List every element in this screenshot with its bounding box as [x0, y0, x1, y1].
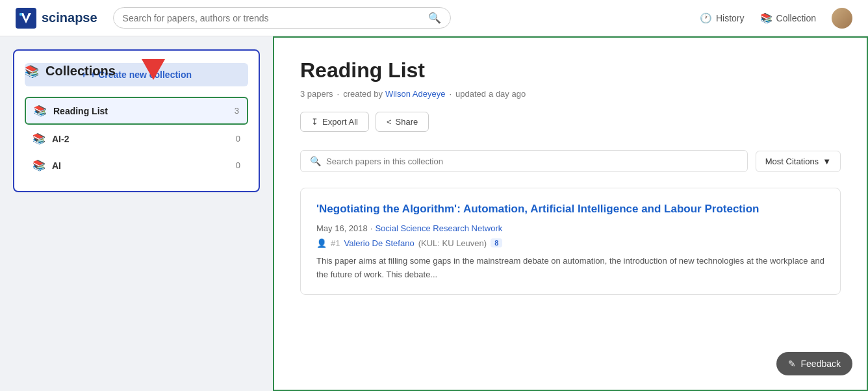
sort-label: Most Citations — [765, 157, 819, 166]
collection-item-icon-1: 📚 — [32, 132, 45, 145]
page-title: Reading List — [300, 58, 841, 82]
export-label: Export All — [322, 117, 358, 127]
created-by-label: created by — [343, 89, 383, 99]
logo-text: scinapse — [42, 10, 97, 25]
paper-journal-0[interactable]: Social Science Research Network — [375, 223, 502, 233]
user-avatar[interactable] — [832, 8, 852, 29]
paper-card-0: 'Negotiating the Algorithm': Automation,… — [300, 188, 841, 295]
header-right: 🕐 History 📚 Collection — [700, 8, 852, 29]
search-bar[interactable]: 🔍 — [113, 7, 451, 29]
search-input[interactable] — [123, 13, 428, 23]
updated-label: updated — [455, 89, 486, 99]
search-filter-row: 🔍 Most Citations ▼ — [300, 150, 841, 172]
red-arrow-indicator — [142, 57, 165, 82]
paper-meta-0: May 16, 2018 · Social Science Research N… — [316, 223, 824, 233]
logo-icon — [16, 8, 36, 29]
sidebar-header: 📚 Collections — [25, 64, 248, 79]
author-badge-0: 8 — [491, 238, 502, 247]
history-nav[interactable]: 🕐 History — [700, 12, 745, 24]
collection-icon: 📚 — [760, 12, 772, 24]
collection-item-name-2: AI — [52, 160, 229, 171]
collection-label: Collection — [776, 13, 816, 23]
collections-icon: 📚 — [25, 64, 39, 79]
collections-title: Collections — [45, 64, 116, 79]
collection-search-icon: 🔍 — [310, 156, 321, 166]
collection-item-count-2: 0 — [236, 160, 240, 170]
collection-search[interactable]: 🔍 — [300, 150, 748, 172]
collection-item-count-0: 3 — [235, 106, 239, 116]
svg-rect-0 — [16, 8, 36, 29]
search-icon: 🔍 — [428, 12, 441, 24]
dot-1: · — [337, 89, 340, 99]
author-link-0[interactable]: Valerio De Stefano — [344, 238, 414, 248]
svg-marker-3 — [142, 59, 165, 80]
feedback-icon: ✎ — [788, 359, 796, 369]
export-all-button[interactable]: ↧ Export All — [300, 112, 369, 132]
chevron-down-icon: ▼ — [823, 157, 831, 166]
person-icon: 👤 — [316, 238, 327, 248]
main-content: Reading List 3 papers · created by Wilso… — [273, 36, 868, 391]
export-icon: ↧ — [311, 117, 318, 127]
sidebar-header-wrapper: 📚 Collections — [25, 64, 248, 79]
svg-rect-2 — [19, 13, 22, 16]
collection-nav[interactable]: 📚 Collection — [760, 12, 816, 24]
page-meta: 3 papers · created by Wilson Adeyeye · u… — [300, 89, 841, 99]
collection-item-icon-2: 📚 — [32, 159, 45, 171]
collection-search-input[interactable] — [326, 157, 738, 166]
paper-title-0[interactable]: 'Negotiating the Algorithm': Automation,… — [316, 201, 824, 217]
share-button[interactable]: < Share — [376, 112, 429, 132]
author-rank-0: #1 — [331, 238, 340, 248]
avatar-image — [832, 8, 852, 29]
share-label: Share — [396, 117, 418, 127]
paper-authors-0: 👤 #1 Valerio De Stefano (KUL: KU Leuven)… — [316, 238, 824, 248]
sidebar: 📚 Collections + + Create new collection — [0, 36, 273, 391]
history-label: History — [716, 13, 745, 23]
logo[interactable]: scinapse — [16, 8, 97, 29]
collection-item-count-1: 0 — [236, 134, 240, 144]
feedback-label: Feedback — [801, 359, 841, 369]
share-icon: < — [387, 117, 392, 127]
paper-abstract-0: This paper aims at filling some gaps in … — [316, 255, 824, 282]
dot-2: · — [449, 89, 452, 99]
collection-item-reading-list[interactable]: 📚 Reading List 3 — [25, 97, 248, 125]
collection-item-ai2[interactable]: 📚 AI-2 0 — [25, 126, 248, 151]
paper-dot: · — [370, 223, 373, 233]
main-layout: 📚 Collections + + Create new collection — [0, 36, 868, 391]
sidebar-card: 📚 Collections + + Create new collection — [13, 49, 260, 192]
paper-date-0: May 16, 2018 — [316, 223, 368, 233]
collection-item-ai[interactable]: 📚 AI 0 — [25, 153, 248, 178]
sort-dropdown[interactable]: Most Citations ▼ — [756, 151, 841, 172]
history-icon: 🕐 — [700, 12, 712, 24]
author-affiliation-0: (KUL: KU Leuven) — [418, 238, 487, 248]
author-name: Wilson Adeyeye — [385, 89, 446, 99]
collection-list: 📚 Reading List 3 📚 AI-2 0 📚 AI 0 — [25, 97, 248, 178]
header: scinapse 🔍 🕐 History 📚 Collection — [0, 0, 868, 36]
collection-item-icon-0: 📚 — [34, 105, 47, 117]
collection-item-name-1: AI-2 — [52, 134, 229, 144]
action-bar: ↧ Export All < Share — [300, 112, 841, 132]
papers-count: 3 papers — [300, 89, 333, 99]
updated-when: a day ago — [489, 89, 526, 99]
feedback-button[interactable]: ✎ Feedback — [776, 352, 852, 375]
collection-item-name-0: Reading List — [53, 106, 228, 116]
